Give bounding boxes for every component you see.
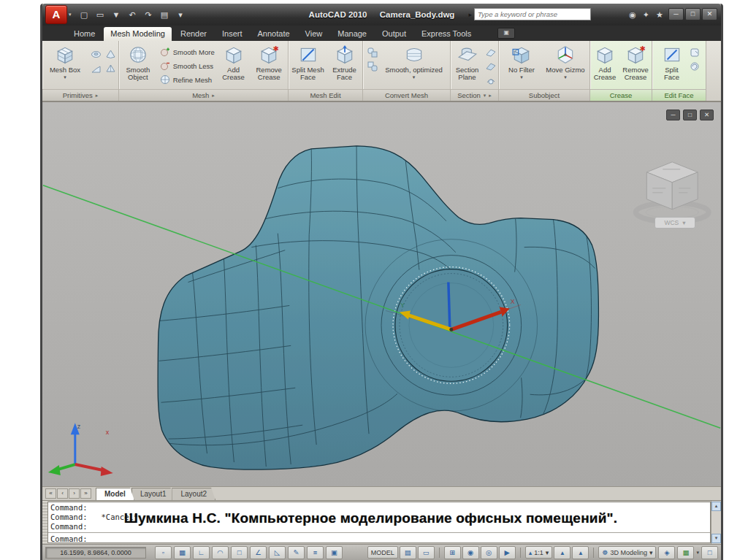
save-icon[interactable]: ▼ — [111, 10, 122, 19]
panel-flyout-icon[interactable]: ▸ — [212, 93, 215, 99]
model-space-button[interactable]: MODEL — [367, 546, 398, 559]
viewcube-wcs-menu[interactable]: WCS ▾ — [654, 217, 695, 229]
tab-home[interactable]: Home — [67, 27, 102, 41]
tab-output[interactable]: Output — [375, 27, 413, 41]
add-jog-icon[interactable] — [484, 60, 497, 72]
command-window-grip[interactable] — [42, 501, 47, 544]
tab-annotate[interactable]: Annotate — [251, 27, 297, 41]
mesh-torus-icon[interactable] — [89, 48, 102, 61]
new-file-icon[interactable]: ▢ — [79, 10, 90, 20]
split-face-button[interactable]: Split Face — [657, 42, 687, 81]
annotation-autoscale-icon[interactable]: ▴ — [572, 546, 589, 559]
smooth-less-button[interactable]: Smooth Less — [158, 59, 216, 72]
ortho-toggle[interactable]: ∟ — [193, 546, 210, 559]
redo-icon[interactable]: ↷ — [143, 10, 154, 20]
lineweight-toggle[interactable]: ≡ — [307, 546, 324, 559]
tab-express-tools[interactable]: Express Tools — [415, 27, 478, 41]
minimize-button[interactable]: ─ — [668, 8, 684, 20]
tab-mesh-modeling[interactable]: Mesh Modeling — [104, 27, 172, 41]
command-input-line[interactable]: Command: — [48, 533, 710, 543]
qat-menu-caret-icon[interactable]: ▾ — [175, 10, 186, 20]
annotation-visibility-icon[interactable]: ▴ — [554, 546, 570, 559]
merge-face-icon[interactable] — [688, 46, 701, 58]
search-collapse-icon[interactable]: ▸ — [468, 11, 472, 18]
crease-remove-button[interactable]: ✱ Remove Crease — [620, 42, 651, 81]
print-icon[interactable]: ▤ — [159, 10, 170, 20]
dyn-toggle[interactable]: ✎ — [288, 546, 305, 559]
extrude-face-button[interactable]: Extrude Face — [328, 42, 362, 81]
command-scrollbar[interactable]: ▴ ▾ — [711, 501, 721, 544]
split-mesh-face-button[interactable]: Split Mesh Face — [290, 42, 327, 81]
live-section-icon[interactable] — [484, 46, 497, 58]
drawing-quick-view-icon[interactable]: ▭ — [418, 546, 435, 559]
osnap-toggle[interactable]: □ — [231, 546, 248, 559]
tab-insert[interactable]: Insert — [215, 27, 249, 41]
smooth-optimized-button[interactable]: Smooth, optimized ▾ — [381, 42, 448, 80]
lock-icon[interactable]: ◈ — [658, 546, 675, 559]
last-tab-button[interactable]: » — [80, 488, 91, 499]
infocenter-search-icon[interactable]: ◉ — [629, 10, 636, 20]
no-filter-button[interactable]: No Filter ▾ — [501, 42, 542, 80]
section-plane-button[interactable]: Section Plane — [452, 42, 483, 81]
steering-wheel-icon[interactable]: ◎ — [481, 546, 497, 559]
autocad-logo-button[interactable]: A — [45, 5, 67, 24]
annotation-scale-button[interactable]: ▴ 1:1 ▾ — [525, 546, 553, 559]
next-tab-button[interactable]: › — [69, 488, 80, 499]
restore-button[interactable]: □ — [685, 8, 701, 20]
panel-flyout-icon[interactable]: ▸ — [489, 93, 492, 99]
quick-properties-toggle[interactable]: ▣ — [326, 546, 343, 559]
crease-add-button[interactable]: Add Crease — [591, 42, 619, 81]
mesh-wedge-icon[interactable] — [89, 63, 102, 75]
drawing-canvas[interactable]: Y X z x — [42, 102, 721, 486]
close-button[interactable]: ✕ — [702, 8, 717, 20]
doc-restore-button[interactable]: □ — [683, 110, 697, 120]
convert-faceted-icon[interactable] — [366, 60, 379, 72]
convert-smooth-icon[interactable] — [366, 46, 379, 58]
scroll-down-icon[interactable]: ▾ — [711, 534, 721, 543]
doc-close-button[interactable]: ✕ — [700, 110, 714, 120]
smooth-more-button[interactable]: Smooth More — [158, 45, 216, 58]
doc-minimize-button[interactable]: ─ — [666, 110, 680, 120]
workspace-switch-button[interactable]: ☸ 3D Modeling ▾ — [598, 546, 656, 559]
smooth-object-button[interactable]: Smooth Object — [120, 42, 156, 81]
tab-model[interactable]: Model — [96, 488, 134, 500]
remove-crease-button[interactable]: ✱ Remove Crease — [251, 42, 287, 81]
tab-layout2[interactable]: Layout2 — [172, 488, 215, 500]
communication-center-icon[interactable]: ✦ — [643, 10, 649, 20]
mesh-pyramid-icon[interactable] — [104, 63, 117, 75]
tab-render[interactable]: Render — [174, 27, 213, 41]
pan-icon[interactable]: ⊞ — [444, 546, 461, 559]
open-file-icon[interactable]: ▭ — [95, 10, 106, 20]
generate-section-icon[interactable] — [484, 74, 497, 86]
coordinates-display[interactable]: 16.1599, 8.9864, 0.0000 — [45, 547, 146, 559]
add-crease-button[interactable]: Add Crease — [218, 42, 250, 81]
status-menu-caret-icon[interactable]: ▾ — [696, 550, 699, 556]
zoom-icon[interactable]: ◉ — [462, 546, 479, 559]
panel-dropdown-icon[interactable]: ▾ — [484, 93, 486, 99]
clean-screen-button[interactable]: □ — [701, 546, 718, 559]
first-tab-button[interactable]: « — [45, 488, 56, 499]
snap-toggle[interactable]: ▫ — [155, 546, 172, 559]
tab-view[interactable]: View — [299, 27, 329, 41]
ducs-toggle[interactable]: ◺ — [269, 546, 286, 559]
drawing-viewport[interactable]: Y X z x — [42, 102, 721, 486]
refine-mesh-button[interactable]: Refine Mesh — [158, 73, 216, 86]
showmotion-icon[interactable]: ▶ — [499, 546, 516, 559]
hardware-acceleration-icon[interactable]: ▦ — [677, 546, 694, 559]
scroll-up-icon[interactable]: ▴ — [711, 502, 721, 511]
undo-icon[interactable]: ↶ — [127, 10, 138, 20]
move-gizmo-button[interactable]: Move Gizmo ▾ — [543, 42, 587, 80]
rotate-face-icon[interactable] — [688, 60, 701, 72]
tab-manage[interactable]: Manage — [331, 27, 373, 41]
polar-toggle[interactable]: ◠ — [212, 546, 229, 559]
panel-flyout-icon[interactable]: ▸ — [96, 93, 99, 99]
otrack-toggle[interactable]: ∠ — [250, 546, 267, 559]
gizmo-z-axis[interactable] — [449, 283, 450, 329]
tab-layout1[interactable]: Layout1 — [131, 488, 175, 500]
grid-toggle[interactable]: ▦ — [174, 546, 191, 559]
mesh-box-button[interactable]: Mesh Box ▾ — [45, 42, 85, 80]
search-input[interactable] — [474, 8, 591, 20]
ribbon-minimize-icon[interactable]: ▣ — [497, 28, 515, 39]
mesh-cone-icon[interactable] — [104, 48, 117, 61]
prev-tab-button[interactable]: ‹ — [57, 488, 68, 499]
